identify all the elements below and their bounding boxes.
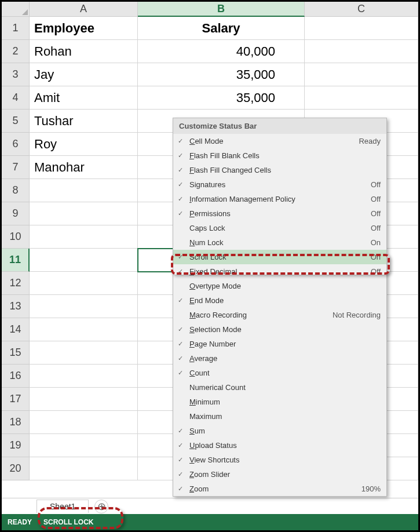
menu-item-label: Numerical Count (189, 383, 381, 392)
row-header-19[interactable]: 19 (2, 434, 30, 457)
cell-a18[interactable] (30, 411, 138, 434)
menu-item-sum[interactable]: ✓Sum (173, 424, 386, 438)
row-header-10[interactable]: 10 (2, 225, 30, 249)
row-header-12[interactable]: 12 (2, 272, 30, 295)
cell-a7[interactable]: Manohar (30, 156, 138, 179)
menu-item-information-management-policy[interactable]: ✓Information Management PolicyOff (173, 192, 386, 206)
row-header-8[interactable]: 8 (2, 179, 30, 202)
col-header-c[interactable]: C (305, 2, 418, 17)
context-menu-items: ✓Cell ModeReady✓Flash Fill Blank Cells✓F… (173, 134, 386, 496)
row-header-6[interactable]: 6 (2, 133, 30, 156)
cell-b4[interactable]: 35,000 (138, 86, 305, 110)
menu-item-zoom[interactable]: ✓Zoom190% (173, 482, 386, 496)
menu-item-count[interactable]: ✓Count (173, 366, 386, 380)
select-all-corner[interactable] (2, 2, 30, 17)
menu-item-page-number[interactable]: ✓Page Number (173, 337, 386, 351)
menu-item-maximum[interactable]: Maximum (173, 409, 386, 424)
menu-item-label: Selection Mode (189, 325, 381, 334)
cell-a19[interactable] (30, 434, 138, 457)
cell-a5[interactable]: Tushar (30, 110, 138, 133)
cell-b2[interactable]: 40,000 (138, 40, 305, 63)
row-header-5[interactable]: 5 (2, 110, 30, 133)
menu-item-value: Ready (359, 137, 381, 145)
row-header-3[interactable]: 3 (2, 63, 30, 86)
cell-a12[interactable] (30, 272, 138, 295)
row-header-13[interactable]: 13 (2, 295, 30, 318)
col-header-a[interactable]: A (30, 2, 138, 17)
cell-a11[interactable] (30, 249, 138, 272)
row-header-4[interactable]: 4 (2, 86, 30, 110)
sheet-tab[interactable]: Sheet1 (36, 500, 89, 513)
menu-item-average[interactable]: ✓Average (173, 351, 386, 366)
row-header-20[interactable]: 20 (2, 457, 30, 480)
cell-b3[interactable]: 35,000 (138, 63, 305, 86)
check-icon: ✓ (178, 326, 189, 333)
cell-b1[interactable]: Salary (138, 17, 305, 40)
cell-a10[interactable] (30, 225, 138, 249)
row-header-1[interactable]: 1 (2, 17, 30, 40)
menu-item-num-lock[interactable]: Num LockOn (173, 235, 386, 250)
check-icon: ✓ (178, 442, 189, 449)
check-icon: ✓ (178, 253, 189, 261)
row-header-18[interactable]: 18 (2, 411, 30, 434)
cell-a15[interactable] (30, 341, 138, 365)
cell-c2[interactable] (305, 40, 418, 63)
cell-c4[interactable] (305, 86, 418, 110)
cell-a1[interactable]: Employee (30, 17, 138, 40)
cell-a6[interactable]: Roy (30, 133, 138, 156)
cell-a16[interactable] (30, 365, 138, 388)
col-header-b[interactable]: B (138, 2, 305, 17)
cell-c1[interactable] (305, 17, 418, 40)
menu-item-upload-status[interactable]: ✓Upload Status (173, 438, 386, 453)
menu-item-flash-fill-blank-cells[interactable]: ✓Flash Fill Blank Cells (173, 148, 386, 163)
menu-item-cell-mode[interactable]: ✓Cell ModeReady (173, 134, 386, 148)
menu-item-label: Flash Fill Changed Cells (189, 166, 381, 174)
menu-item-selection-mode[interactable]: ✓Selection Mode (173, 322, 386, 337)
cell-a13[interactable] (30, 295, 138, 318)
cell-c3[interactable] (305, 63, 418, 86)
cell-a2[interactable]: Rohan (30, 40, 138, 63)
menu-item-permissions[interactable]: ✓PermissionsOff (173, 206, 386, 221)
row-header-17[interactable]: 17 (2, 388, 30, 411)
check-icon: ✓ (178, 268, 189, 275)
cell-a17[interactable] (30, 388, 138, 411)
menu-item-label: View Shortcuts (189, 456, 381, 464)
check-icon: ✓ (178, 340, 189, 348)
menu-item-overtype-mode[interactable]: Overtype Mode (173, 279, 386, 293)
menu-item-value: On (371, 238, 381, 247)
menu-item-macro-recording[interactable]: Macro RecordingNot Recording (173, 308, 386, 322)
row-header-15[interactable]: 15 (2, 341, 30, 365)
row-header-2[interactable]: 2 (2, 40, 30, 63)
cell-a3[interactable]: Jay (30, 63, 138, 86)
menu-item-label: Cell Mode (189, 137, 359, 145)
menu-item-zoom-slider[interactable]: ✓Zoom Slider (173, 467, 386, 482)
menu-item-label: Caps Lock (189, 224, 371, 232)
row-header-14[interactable]: 14 (2, 318, 30, 341)
add-sheet-button[interactable]: ⊕ (94, 500, 108, 513)
row-header-11[interactable]: 11 (2, 249, 30, 272)
menu-item-caps-lock[interactable]: Caps LockOff (173, 221, 386, 235)
menu-item-view-shortcuts[interactable]: ✓View Shortcuts (173, 453, 386, 467)
row-header-9[interactable]: 9 (2, 202, 30, 225)
cell-a14[interactable] (30, 318, 138, 341)
menu-item-label: Signatures (189, 180, 371, 189)
cell-a9[interactable] (30, 202, 138, 225)
row-header-16[interactable]: 16 (2, 365, 30, 388)
check-icon: ✓ (178, 456, 189, 464)
cell-a4[interactable]: Amit (30, 86, 138, 110)
menu-item-minimum[interactable]: Minimum (173, 395, 386, 409)
menu-item-end-mode[interactable]: ✓End Mode (173, 293, 386, 308)
menu-item-value: Off (371, 195, 381, 203)
menu-item-flash-fill-changed-cells[interactable]: ✓Flash Fill Changed Cells (173, 163, 386, 177)
menu-item-signatures[interactable]: ✓SignaturesOff (173, 177, 386, 192)
cell-a20[interactable] (30, 457, 138, 480)
menu-item-label: Zoom Slider (189, 470, 381, 479)
menu-item-fixed-decimal[interactable]: ✓Fixed DecimalOff (173, 264, 386, 279)
cell-a8[interactable] (30, 179, 138, 202)
context-menu-title: Customize Status Bar (173, 118, 386, 134)
menu-item-numerical-count[interactable]: Numerical Count (173, 380, 386, 395)
row-header-7[interactable]: 7 (2, 156, 30, 179)
check-icon: ✓ (178, 297, 189, 304)
row-headers: 1234567891011121314151617181920 (2, 17, 30, 480)
menu-item-scroll-lock[interactable]: ✓Scroll LockOn (173, 250, 386, 264)
